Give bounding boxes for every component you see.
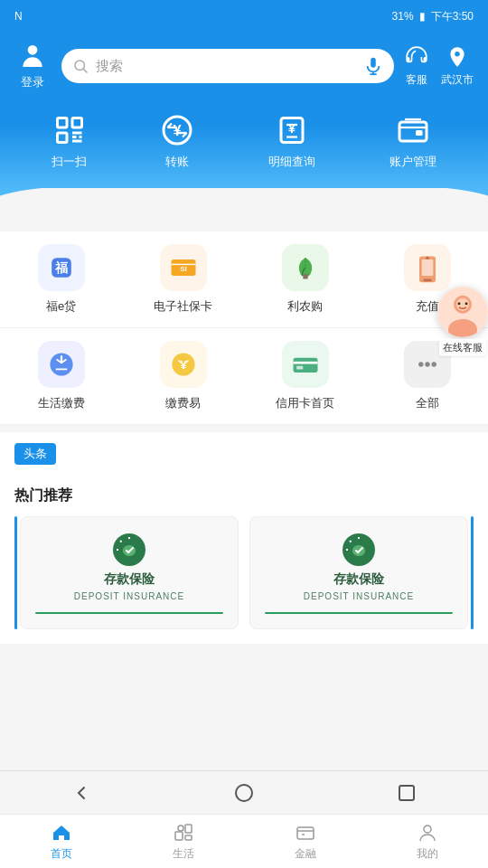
back-button[interactable] bbox=[65, 777, 98, 809]
hot-card-1[interactable]: 存款保险 DEPOSIT INSURANCE bbox=[20, 516, 239, 629]
transfer-action[interactable]: ¥ 转账 bbox=[161, 114, 193, 170]
nav-life[interactable]: 生活 bbox=[122, 815, 244, 868]
deposit-insurance-icon-1 bbox=[111, 532, 147, 568]
nav-finance[interactable]: 金融 bbox=[244, 815, 366, 868]
nav-finance-label: 金融 bbox=[295, 846, 316, 862]
right-accent-bar bbox=[471, 516, 474, 629]
scan-label: 扫一扫 bbox=[52, 154, 87, 170]
login-label: 登录 bbox=[21, 74, 44, 90]
mine-nav-icon bbox=[417, 822, 438, 844]
svg-point-44 bbox=[425, 362, 429, 366]
services-section: 福 福e贷 SI 电子社保卡 bbox=[0, 231, 488, 425]
credit-card-icon bbox=[289, 348, 322, 381]
deposit-insurance-icon-2 bbox=[341, 532, 377, 568]
farming-service[interactable]: 利农购 bbox=[244, 231, 366, 328]
social-insurance-service[interactable]: SI 电子社保卡 bbox=[122, 231, 244, 328]
deposit-divider-2 bbox=[265, 612, 453, 614]
svg-text:SI: SI bbox=[180, 265, 187, 273]
farming-icon-bg bbox=[282, 244, 329, 291]
wallet-icon bbox=[397, 114, 429, 146]
deposit-subtitle-2: DEPOSIT INSURANCE bbox=[304, 591, 414, 601]
status-left: N bbox=[14, 10, 23, 23]
scan-action[interactable]: 扫一扫 bbox=[52, 114, 87, 170]
svg-point-43 bbox=[418, 362, 423, 366]
svg-point-50 bbox=[458, 302, 461, 305]
location-label: 武汉市 bbox=[441, 72, 474, 88]
svg-rect-55 bbox=[399, 786, 414, 800]
social-insurance-icon: SI bbox=[167, 251, 200, 284]
svg-rect-31 bbox=[303, 274, 307, 278]
fuel-loan-service[interactable]: 福 福e贷 bbox=[0, 231, 122, 328]
social-insurance-icon-bg: SI bbox=[160, 244, 207, 291]
search-input[interactable]: 搜索 bbox=[96, 58, 356, 75]
svg-rect-42 bbox=[296, 366, 303, 370]
recharge-label: 充值 bbox=[416, 298, 439, 315]
easy-payment-service[interactable]: ¥ 缴费易 bbox=[122, 328, 244, 425]
svg-point-56 bbox=[178, 826, 183, 831]
recents-icon bbox=[396, 782, 418, 804]
svg-text:¥: ¥ bbox=[180, 359, 186, 372]
deposit-logo-1: 存款保险 DEPOSIT INSURANCE bbox=[74, 532, 184, 601]
home-sys-button[interactable] bbox=[228, 777, 260, 809]
scan-icon bbox=[53, 114, 86, 146]
svg-rect-59 bbox=[185, 835, 192, 840]
credit-card-icon-bg bbox=[282, 341, 329, 388]
online-service-avatar bbox=[437, 287, 488, 337]
online-service-float[interactable]: 在线客服 bbox=[437, 287, 488, 356]
deposit-title-1: 存款保险 bbox=[104, 571, 155, 588]
statement-action[interactable]: ¥ 明细查询 bbox=[268, 114, 315, 170]
location-button[interactable]: 武汉市 bbox=[441, 45, 474, 88]
deposit-title-2: 存款保险 bbox=[333, 571, 384, 588]
svg-rect-40 bbox=[293, 358, 317, 373]
status-right: 31% ▮ 下午3:50 bbox=[392, 9, 474, 24]
svg-rect-10 bbox=[57, 133, 67, 143]
online-service-circle bbox=[437, 287, 488, 337]
easy-payment-icon: ¥ bbox=[167, 348, 200, 381]
recharge-icon bbox=[411, 251, 444, 284]
svg-point-51 bbox=[465, 302, 468, 305]
nav-mine[interactable]: 我的 bbox=[366, 815, 488, 868]
life-payment-service[interactable]: 生活缴费 bbox=[0, 328, 122, 425]
credit-card-service[interactable]: 信用卡首页 bbox=[244, 328, 366, 425]
fuel-loan-label: 福e贷 bbox=[46, 298, 76, 315]
svg-text:¥: ¥ bbox=[174, 122, 183, 138]
recharge-icon-bg bbox=[404, 244, 451, 291]
search-bar[interactable]: 搜索 bbox=[61, 49, 394, 83]
microphone-icon[interactable] bbox=[363, 56, 383, 76]
svg-point-8 bbox=[455, 52, 459, 56]
credit-card-label: 信用卡首页 bbox=[276, 395, 334, 411]
header: 登录 搜索 bbox=[0, 33, 488, 188]
location-icon bbox=[446, 45, 469, 69]
hot-cards-wrapper: 存款保险 DEPOSIT INSURANCE 存款保险 DEPOSIT INSU… bbox=[14, 516, 474, 629]
tag-row: 头条 bbox=[0, 432, 488, 476]
svg-rect-34 bbox=[423, 279, 431, 282]
svg-point-1 bbox=[75, 61, 85, 71]
customer-service-button[interactable]: 客服 bbox=[405, 45, 428, 88]
customer-service-label: 客服 bbox=[406, 72, 427, 88]
services-row-1: 福 福e贷 SI 电子社保卡 bbox=[0, 231, 488, 328]
social-insurance-label: 电子社保卡 bbox=[154, 298, 212, 315]
easy-payment-icon-bg: ¥ bbox=[160, 341, 207, 388]
time-display: 下午3:50 bbox=[431, 9, 474, 24]
svg-rect-60 bbox=[297, 827, 314, 839]
account-action[interactable]: 账户管理 bbox=[389, 114, 436, 170]
toutiao-tag: 头条 bbox=[14, 443, 56, 465]
svg-rect-3 bbox=[371, 58, 376, 68]
hot-title: 热门推荐 bbox=[14, 476, 474, 516]
hot-section: 热门推荐 存款保险 DEPOSIT INSURANCE bbox=[0, 476, 488, 644]
all-services-label: 全部 bbox=[416, 395, 439, 411]
login-button[interactable]: 登录 bbox=[14, 42, 51, 90]
svg-text:¥: ¥ bbox=[287, 120, 296, 136]
nav-home[interactable]: 首页 bbox=[0, 815, 122, 868]
svg-point-63 bbox=[424, 826, 431, 833]
back-icon bbox=[70, 782, 92, 804]
svg-rect-6 bbox=[407, 57, 409, 61]
home-sys-icon bbox=[233, 782, 255, 804]
network-icon: N bbox=[14, 10, 23, 23]
recents-button[interactable] bbox=[390, 777, 423, 809]
quick-actions: 扫一扫 ¥ 转账 ¥ 明细查询 bbox=[14, 105, 474, 170]
deposit-divider-1 bbox=[35, 612, 223, 614]
hot-card-2[interactable]: 存款保险 DEPOSIT INSURANCE bbox=[249, 516, 468, 629]
svg-point-45 bbox=[431, 362, 436, 366]
life-payment-icon bbox=[45, 348, 78, 381]
